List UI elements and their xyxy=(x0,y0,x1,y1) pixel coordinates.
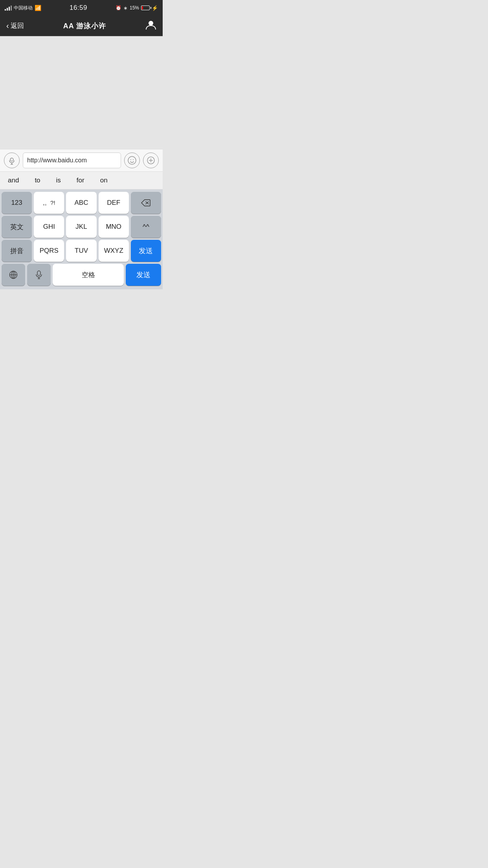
battery-icon xyxy=(141,6,150,10)
key-abc[interactable]: ABC xyxy=(66,192,96,214)
status-right: ⏰ ∗ 15% ⚡ xyxy=(116,5,158,11)
status-bar: 中国移动 📶 16:59 ⏰ ∗ 15% ⚡ xyxy=(0,0,163,16)
nav-title: AA 游泳小许 xyxy=(63,21,106,31)
key-send-3[interactable]: 发送 xyxy=(131,240,161,262)
suggestion-to[interactable]: to xyxy=(35,177,40,184)
key-123[interactable]: 123 xyxy=(2,192,32,214)
chat-area xyxy=(0,36,163,149)
voice-button[interactable] xyxy=(4,153,20,168)
key-emoji-input[interactable]: ^^ xyxy=(131,216,161,238)
message-input[interactable] xyxy=(23,153,121,168)
svg-point-6 xyxy=(133,159,134,160)
keyboard: 123 ,。?! ABC DEF 英文 GHI JKL xyxy=(0,189,163,289)
key-mno[interactable]: MNO xyxy=(99,216,129,238)
status-time: 16:59 xyxy=(70,4,87,12)
svg-point-1 xyxy=(10,158,13,161)
wifi-icon: 📶 xyxy=(35,5,41,11)
keyboard-row-3: 拼音 PQRS TUV WXYZ 发送 xyxy=(2,240,161,262)
input-bar xyxy=(0,149,163,171)
suggestion-bar: and to is for on xyxy=(0,171,163,189)
suggestion-is[interactable]: is xyxy=(56,177,61,184)
carrier-label: 中国移动 xyxy=(14,5,33,11)
key-jkl[interactable]: JKL xyxy=(66,216,96,238)
keyboard-row-4: 空格 发送 xyxy=(2,264,161,286)
plus-button[interactable] xyxy=(143,153,159,168)
back-chevron-icon: ‹ xyxy=(6,21,9,30)
key-def[interactable]: DEF xyxy=(99,192,129,214)
emoji-button[interactable] xyxy=(124,153,140,168)
charging-icon: ⚡ xyxy=(152,5,158,11)
key-space[interactable]: 空格 xyxy=(53,264,123,286)
svg-point-5 xyxy=(130,159,131,160)
key-send-4[interactable]: 发送 xyxy=(126,264,161,286)
svg-point-0 xyxy=(149,21,153,26)
back-label: 返回 xyxy=(11,21,24,30)
key-delete[interactable] xyxy=(131,192,161,214)
suggestion-on[interactable]: on xyxy=(100,177,108,184)
svg-rect-16 xyxy=(37,271,40,276)
suggestion-for[interactable]: for xyxy=(77,177,84,184)
status-left: 中国移动 📶 xyxy=(5,5,41,11)
key-pinyin[interactable]: 拼音 xyxy=(2,240,32,262)
signal-icon xyxy=(5,5,12,11)
key-globe[interactable] xyxy=(2,264,25,286)
battery-percent: 15% xyxy=(130,5,139,11)
caret-up-icon: ^^ xyxy=(143,223,149,231)
key-punctuation[interactable]: ,。?! xyxy=(34,192,64,214)
key-ghi[interactable]: GHI xyxy=(34,216,64,238)
bluetooth-icon: ∗ xyxy=(123,5,128,11)
keyboard-row-2: 英文 GHI JKL MNO ^^ xyxy=(2,216,161,238)
back-button[interactable]: ‹ 返回 xyxy=(6,21,24,30)
key-wxyz[interactable]: WXYZ xyxy=(99,240,129,262)
alarm-icon: ⏰ xyxy=(116,5,121,11)
key-pqrs[interactable]: PQRS xyxy=(34,240,64,262)
key-mic[interactable] xyxy=(27,264,51,286)
keyboard-row-1: 123 ,。?! ABC DEF xyxy=(2,192,161,214)
suggestion-and[interactable]: and xyxy=(8,177,19,184)
svg-point-4 xyxy=(128,156,136,164)
key-tuv[interactable]: TUV xyxy=(66,240,96,262)
profile-icon[interactable] xyxy=(145,19,156,33)
nav-bar: ‹ 返回 AA 游泳小许 xyxy=(0,16,163,36)
key-english[interactable]: 英文 xyxy=(2,216,32,238)
